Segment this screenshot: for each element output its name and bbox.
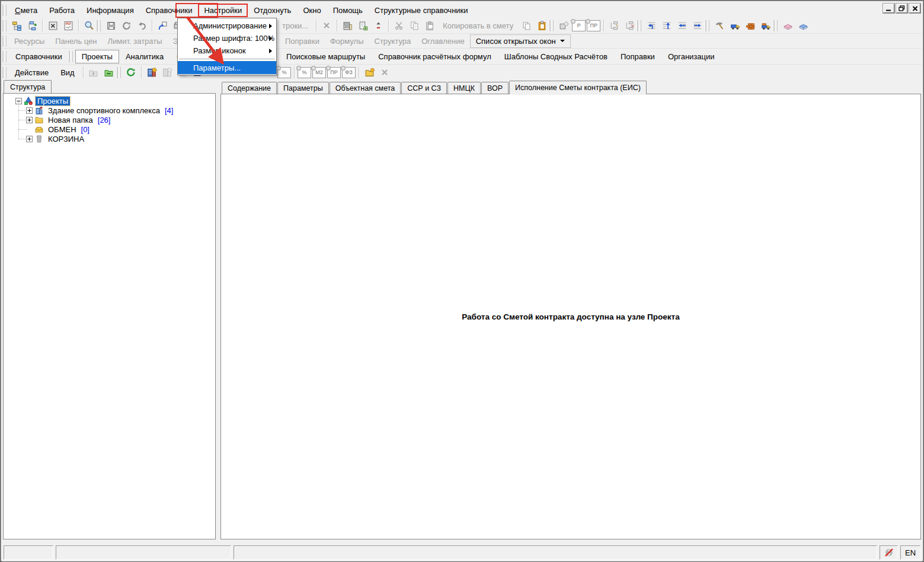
- truck-cargo-button[interactable]: [758, 19, 773, 33]
- views-oglavlenie-button[interactable]: Оглавление: [416, 35, 469, 47]
- tab-struktura[interactable]: Структура: [4, 80, 52, 93]
- tab-spravochnik-formul[interactable]: Справочник расчётных формул: [372, 50, 498, 63]
- save-button[interactable]: [103, 19, 119, 33]
- menu-spravochniki[interactable]: Справочники: [140, 4, 199, 17]
- pdf-export-button[interactable]: PDF: [60, 19, 76, 33]
- tree-item-label[interactable]: Здание спортивного комплекса: [46, 106, 162, 115]
- toolbar-grip[interactable]: [638, 20, 641, 31]
- toolbar-grip[interactable]: [4, 20, 7, 31]
- tab-soderzhanie[interactable]: Содержание: [222, 82, 277, 94]
- menu-deystvie[interactable]: Действие: [9, 66, 55, 79]
- tree-row-recycle[interactable]: КОРЗИНА: [4, 134, 215, 143]
- percent-chip[interactable]: %: [298, 67, 311, 78]
- toolbar-grip[interactable]: [98, 20, 101, 31]
- object-params-button[interactable]: [144, 66, 159, 79]
- delete-button[interactable]: [319, 19, 334, 33]
- copy-pages-button[interactable]: [519, 19, 534, 33]
- fz-chip[interactable]: ФЗ: [342, 67, 356, 78]
- paste-buffer-button[interactable]: [534, 19, 549, 33]
- move-level-up-button[interactable]: [659, 19, 674, 33]
- add-sheet-button[interactable]: [355, 19, 370, 33]
- restore-button[interactable]: [896, 4, 907, 13]
- toolbar-grip[interactable]: [775, 20, 778, 31]
- tab-poiskovye-marshruty[interactable]: Поисковые маршруты: [280, 50, 372, 63]
- calculator-button[interactable]: [340, 19, 355, 33]
- jump-to-window-button[interactable]: [155, 19, 170, 33]
- tree-row-projects[interactable]: Проекты: [4, 96, 215, 106]
- delete-tree-button[interactable]: [622, 19, 637, 33]
- toolbar-grip[interactable]: [706, 20, 709, 31]
- paste-button[interactable]: [422, 19, 437, 33]
- tab-ssr-i-sz[interactable]: ССР и СЗ: [401, 82, 447, 94]
- add-to-tree-button[interactable]: [24, 19, 40, 33]
- menu-item-razmer-ikonok[interactable]: Размер иконок: [178, 44, 276, 57]
- menu-item-administrirovanie[interactable]: Администрирование: [178, 20, 276, 32]
- menu-item-parametry[interactable]: Параметры...: [178, 61, 276, 74]
- pink-books-button[interactable]: [780, 19, 795, 33]
- tree-row-new-folder[interactable]: Новая папка [26]: [4, 115, 215, 124]
- collapse-folder-button[interactable]: [101, 66, 117, 79]
- panel-splitter[interactable]: [216, 80, 220, 539]
- object-params-disabled-button[interactable]: [159, 66, 175, 79]
- delete-node-button[interactable]: [377, 66, 392, 79]
- move-level-up-left-button[interactable]: [644, 19, 659, 33]
- resource-settings-chip[interactable]: Р: [572, 20, 586, 31]
- tree-item-label[interactable]: ОБМЕН: [46, 125, 78, 134]
- minimize-button[interactable]: [883, 4, 894, 13]
- toolbar-grip[interactable]: [4, 67, 7, 78]
- folder-up-button[interactable]: [86, 66, 101, 79]
- tab-organizacii[interactable]: Организации: [661, 50, 721, 63]
- percent-settings-chip[interactable]: %: [277, 67, 291, 78]
- language-indicator[interactable]: EN: [900, 545, 920, 560]
- refresh-button[interactable]: [119, 19, 134, 33]
- views-struktura-button[interactable]: Структура: [369, 35, 417, 47]
- expand-expando-icon[interactable]: [26, 136, 33, 142]
- excel-export-button[interactable]: [45, 19, 60, 33]
- tree-row-building[interactable]: Здание спортивного комплекса [4]: [4, 106, 215, 115]
- materials-button[interactable]: [743, 19, 758, 33]
- menu-pomosch[interactable]: Помощь: [327, 4, 369, 17]
- views-popravki-button[interactable]: Поправки: [280, 35, 325, 47]
- refresh-tree-button[interactable]: [123, 66, 139, 79]
- tree-report-button[interactable]: [9, 19, 24, 33]
- tree-item-label[interactable]: Проекты: [36, 97, 70, 106]
- views-resources-button[interactable]: Ресурсы: [9, 35, 50, 47]
- views-price-panel-button[interactable]: Панель цен: [50, 35, 102, 47]
- menu-otdohnut[interactable]: Отдохнуть: [248, 4, 297, 17]
- tab-nmck[interactable]: НМЦК: [447, 82, 481, 94]
- tab-obektnaya-smeta[interactable]: Объектная смета: [330, 82, 401, 94]
- open-windows-dropdown[interactable]: Список открытых окон: [470, 34, 571, 48]
- tab-vor[interactable]: ВОР: [481, 82, 509, 94]
- edit-tree-button[interactable]: [606, 19, 622, 33]
- tab-proekty[interactable]: Проекты: [75, 50, 119, 63]
- m2-chip[interactable]: М2: [312, 67, 326, 78]
- blue-books-button[interactable]: [795, 19, 811, 33]
- insert-rows-label[interactable]: троки...: [277, 20, 314, 32]
- new-folder-button[interactable]: [362, 66, 377, 79]
- outdent-button[interactable]: [674, 19, 690, 33]
- menu-strukturnye-spravochniki[interactable]: Структурные справочники: [369, 4, 474, 17]
- tab-spravochniki[interactable]: Справочники: [9, 50, 69, 63]
- tree-item-label[interactable]: КОРЗИНА: [46, 135, 86, 143]
- tree-row-exchange[interactable]: ОБМЕН [0]: [4, 124, 215, 134]
- menubar-grip[interactable]: [4, 5, 7, 16]
- menu-rabota[interactable]: Работа: [43, 4, 81, 17]
- copy-button[interactable]: [407, 19, 422, 33]
- expand-expando-icon[interactable]: [26, 117, 33, 123]
- toolbar-grip[interactable]: [551, 20, 554, 31]
- expand-collapse-rows-button[interactable]: [370, 19, 386, 33]
- views-formuly-button[interactable]: Формулы: [325, 35, 369, 47]
- cut-button[interactable]: [391, 19, 407, 33]
- toolbar-grip[interactable]: [118, 67, 121, 78]
- menu-smeta[interactable]: Смета: [9, 4, 43, 17]
- undo-button[interactable]: [134, 19, 149, 33]
- tab-shablony-svodnyh[interactable]: Шаблоны Сводных Расчётов: [498, 50, 614, 63]
- tree-item-label[interactable]: Новая папка: [46, 116, 95, 124]
- menu-vid[interactable]: Вид: [55, 66, 81, 79]
- close-button[interactable]: [909, 4, 920, 13]
- pr-chip[interactable]: ПР: [327, 67, 341, 78]
- copy-to-estimate-button[interactable]: Копировать в смету: [437, 20, 519, 32]
- menu-nastroyki[interactable]: Настройки: [198, 4, 248, 17]
- toolbar-grip[interactable]: [70, 51, 73, 62]
- expand-expando-icon[interactable]: [26, 107, 33, 114]
